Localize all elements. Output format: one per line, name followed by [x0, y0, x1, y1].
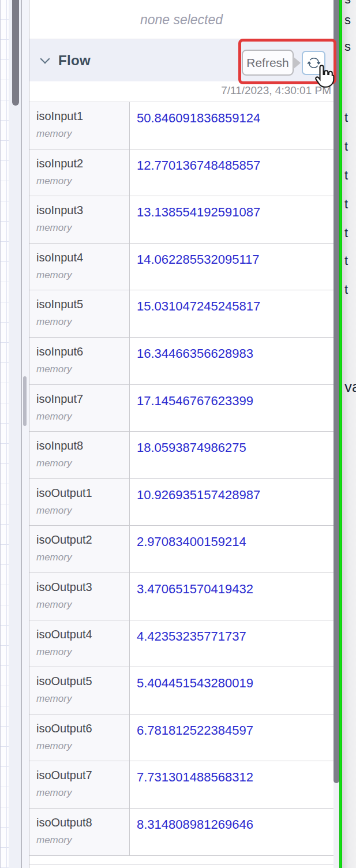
variable-name-cell: isoInput7 memory [29, 385, 130, 432]
variable-name: isoInput8 [36, 439, 129, 452]
table-row[interactable]: isoOutput5 memory 5.404451543280019 [29, 667, 333, 714]
variable-name: isoOutput4 [36, 628, 129, 641]
table-row[interactable]: isoInput8 memory 18.0593874986275 [29, 432, 333, 479]
clipped-text-fragment: t [344, 110, 348, 125]
table-row[interactable]: isoInput2 memory 12.770136748485857 [29, 149, 333, 197]
variable-name: isoInput1 [36, 110, 129, 123]
variable-type: memory [36, 599, 129, 611]
variable-type: memory [36, 270, 129, 281]
clipped-text-fragment: s [344, 39, 351, 54]
table-row[interactable]: isoInput7 memory 17.14546767623399 [29, 385, 333, 432]
variable-value-cell: 14.062285532095117 [130, 244, 333, 290]
variable-value-cell: 13.138554192591087 [130, 196, 333, 243]
variable-name: isoOutput7 [36, 769, 129, 782]
clipped-text-fragment: s [344, 13, 351, 28]
variable-value[interactable]: 50.846091836859124 [137, 111, 260, 125]
variable-name-cell: isoOutput5 memory [29, 667, 130, 714]
table-row[interactable]: isoInput5 memory 15.031047245245817 [29, 290, 333, 338]
flow-section-title: Flow [58, 53, 91, 69]
clipped-text-fragment: t [344, 226, 348, 241]
table-bottom-divider [29, 865, 333, 865]
refresh-timestamp: 7/11/2023, 4:30:01 PM [221, 84, 331, 96]
variable-value[interactable]: 5.404451543280019 [137, 676, 253, 690]
table-row[interactable]: isoInput1 memory 50.846091836859124 [29, 102, 333, 149]
variable-value[interactable]: 2.97083400159214 [137, 534, 246, 549]
table-row[interactable]: isoOutput7 memory 7.731301488568312 [29, 761, 333, 809]
timestamp-row: 7/11/2023, 4:30:01 PM [29, 81, 333, 102]
variable-type: memory [36, 175, 129, 187]
table-row[interactable]: isoInput6 memory 16.34466356628983 [29, 338, 333, 385]
variable-value-cell: 8.314808981269646 [130, 809, 333, 855]
variable-value-cell: 3.470651570419432 [130, 573, 333, 620]
variable-type: memory [36, 787, 129, 799]
variable-type: memory [36, 693, 129, 705]
background-grid [0, 0, 9, 868]
variable-value[interactable]: 4.42353235771737 [137, 629, 246, 643]
refresh-tooltip: Refresh [242, 50, 294, 76]
variable-name-cell: isoInput2 memory [29, 149, 130, 196]
variable-value[interactable]: 8.314808981269646 [137, 817, 253, 832]
clipped-text-fragment: t [344, 197, 348, 212]
table-row[interactable]: isoOutput6 memory 6.781812522384597 [29, 714, 333, 762]
left-scrollbar-thumb[interactable] [12, 0, 19, 106]
variable-name: isoInput3 [36, 204, 129, 217]
variable-value[interactable]: 18.0593874986275 [137, 440, 246, 455]
chevron-down-icon[interactable] [40, 54, 50, 64]
variable-type: memory [36, 646, 129, 658]
variable-name-cell: isoInput6 memory [29, 338, 130, 384]
variable-type: memory [36, 222, 129, 234]
clipped-text-fragment: t [344, 282, 348, 297]
table-row[interactable]: isoInput3 memory 13.138554192591087 [29, 196, 333, 244]
table-row[interactable]: isoOutput8 memory 8.314808981269646 [29, 809, 333, 856]
variable-type: memory [36, 411, 129, 422]
variable-name-cell: isoInput1 memory [29, 102, 130, 149]
variable-value[interactable]: 10.926935157428987 [137, 488, 260, 502]
clipped-text-fragment: s [344, 0, 351, 7]
variable-name-cell: isoInput8 memory [29, 432, 130, 478]
variable-value[interactable]: 15.031047245245817 [137, 299, 260, 313]
variable-name: isoOutput8 [36, 816, 129, 829]
clipped-text-fragment: t [344, 168, 348, 183]
variable-name: isoOutput2 [36, 533, 129, 547]
table-row[interactable]: isoOutput3 memory 3.470651570419432 [29, 573, 333, 620]
table-row[interactable]: isoOutput1 memory 10.926935157428987 [29, 479, 333, 526]
variable-name-cell: isoOutput4 memory [29, 620, 130, 667]
table-row[interactable]: isoOutput4 memory 4.42353235771737 [29, 620, 333, 668]
tooltip-arrow [293, 57, 301, 69]
variable-name-cell: isoInput5 memory [29, 290, 130, 337]
clipped-text-fragment: t [344, 139, 348, 154]
table-row[interactable]: isoOutput2 memory 2.97083400159214 [29, 526, 333, 573]
variable-name-cell: isoOutput7 memory [29, 761, 130, 808]
variable-value-cell: 2.97083400159214 [130, 526, 333, 573]
variable-value[interactable]: 16.34466356628983 [137, 346, 253, 361]
variable-value-cell: 6.781812522384597 [130, 714, 333, 761]
variable-value[interactable]: 7.731301488568312 [137, 770, 253, 784]
variable-value-cell: 10.926935157428987 [130, 479, 333, 526]
panel-scrollbar-thumb[interactable] [23, 376, 27, 426]
refresh-button[interactable] [302, 51, 325, 75]
variable-name: isoOutput6 [36, 722, 129, 735]
variable-value-cell: 15.031047245245817 [130, 290, 333, 337]
variable-name-cell: isoInput3 memory [29, 196, 130, 243]
variable-value[interactable]: 17.14546767623399 [137, 394, 253, 408]
variable-name-cell: isoOutput2 memory [29, 526, 130, 573]
variable-value-cell: 17.14546767623399 [130, 385, 333, 432]
variable-value[interactable]: 13.138554192591087 [137, 205, 260, 219]
table-row[interactable]: isoInput4 memory 14.062285532095117 [29, 244, 333, 291]
variable-type: memory [36, 835, 129, 846]
variable-value-cell: 12.770136748485857 [130, 149, 333, 196]
selection-status-text: none selected [29, 0, 333, 39]
variable-name: isoInput2 [36, 157, 129, 170]
variable-name-cell: isoInput4 memory [29, 244, 130, 290]
variable-type: memory [36, 128, 129, 140]
variable-value[interactable]: 3.470651570419432 [137, 582, 253, 596]
variable-name-cell: isoOutput3 memory [29, 573, 130, 620]
variable-value[interactable]: 14.062285532095117 [137, 252, 259, 267]
variable-name: isoOutput5 [36, 675, 129, 688]
variable-value[interactable]: 6.781812522384597 [137, 723, 253, 738]
variable-name-cell: isoOutput8 memory [29, 809, 130, 855]
variable-type: memory [36, 505, 129, 517]
variable-value-cell: 50.846091836859124 [130, 102, 333, 149]
right-scrollbar-thumb[interactable] [333, 0, 339, 783]
variable-value[interactable]: 12.770136748485857 [137, 158, 260, 173]
